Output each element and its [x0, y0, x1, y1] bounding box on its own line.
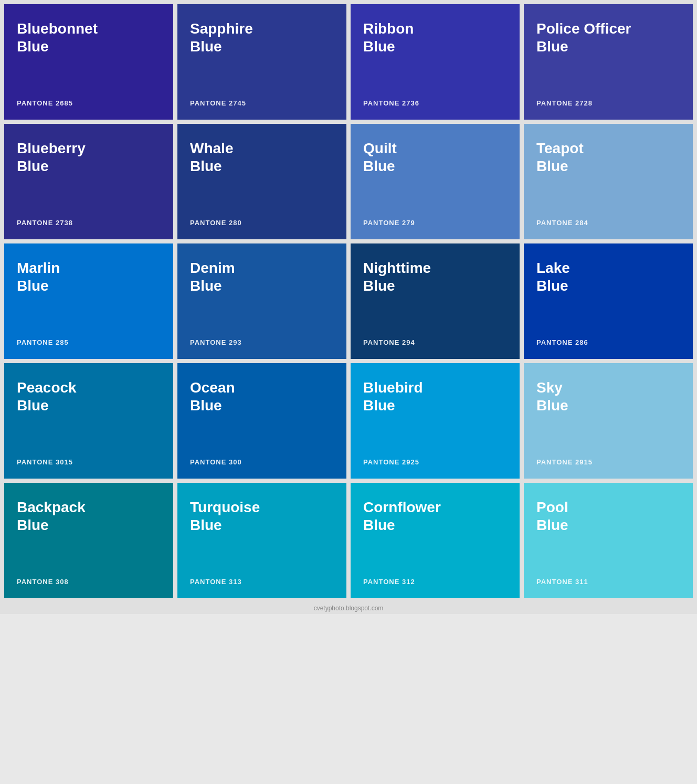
color-card: BackpackBluePANTONE 308: [4, 483, 173, 598]
color-card: TurquoiseBluePANTONE 313: [177, 483, 346, 598]
color-card: SkyBluePANTONE 2915: [524, 363, 693, 479]
color-name: DenimBlue: [190, 259, 334, 294]
color-name: MarlinBlue: [17, 259, 161, 294]
color-name: TeapotBlue: [536, 140, 680, 175]
pantone-label: PANTONE 300: [190, 458, 334, 466]
pantone-label: PANTONE 2915: [536, 458, 680, 466]
color-name: WhaleBlue: [190, 140, 334, 175]
color-card: DenimBluePANTONE 293: [177, 243, 346, 359]
pantone-label: PANTONE 2736: [363, 99, 507, 107]
pantone-label: PANTONE 2925: [363, 458, 507, 466]
pantone-label: PANTONE 312: [363, 578, 507, 586]
pantone-label: PANTONE 308: [17, 578, 161, 586]
color-name: SkyBlue: [536, 379, 680, 414]
color-name: TurquoiseBlue: [190, 499, 334, 534]
color-name: Police OfficerBlue: [536, 20, 680, 55]
color-grid: BluebonnetBluePANTONE 2685SapphireBluePA…: [0, 0, 697, 602]
color-card: LakeBluePANTONE 286: [524, 243, 693, 359]
pantone-label: PANTONE 2728: [536, 99, 680, 107]
color-card: NighttimeBluePANTONE 294: [351, 243, 520, 359]
pantone-label: PANTONE 293: [190, 338, 334, 346]
color-name: BlueberryBlue: [17, 140, 161, 175]
pantone-label: PANTONE 280: [190, 219, 334, 227]
color-name: OceanBlue: [190, 379, 334, 414]
color-name: CornflowerBlue: [363, 499, 507, 534]
color-name: PeacockBlue: [17, 379, 161, 414]
pantone-label: PANTONE 2685: [17, 99, 161, 107]
pantone-label: PANTONE 311: [536, 578, 680, 586]
color-name: BackpackBlue: [17, 499, 161, 534]
color-card: QuiltBluePANTONE 279: [351, 124, 520, 239]
color-card: BluebirdBluePANTONE 2925: [351, 363, 520, 479]
color-card: WhaleBluePANTONE 280: [177, 124, 346, 239]
color-name: NighttimeBlue: [363, 259, 507, 294]
color-card: PeacockBluePANTONE 3015: [4, 363, 173, 479]
color-card: MarlinBluePANTONE 285: [4, 243, 173, 359]
color-name: RibbonBlue: [363, 20, 507, 55]
color-name: QuiltBlue: [363, 140, 507, 175]
color-name: SapphireBlue: [190, 20, 334, 55]
pantone-label: PANTONE 285: [17, 338, 161, 346]
color-name: BluebonnetBlue: [17, 20, 161, 55]
color-card: BluebonnetBluePANTONE 2685: [4, 4, 173, 120]
color-name: PoolBlue: [536, 499, 680, 534]
color-name: BluebirdBlue: [363, 379, 507, 414]
color-card: RibbonBluePANTONE 2736: [351, 4, 520, 120]
pantone-label: PANTONE 279: [363, 219, 507, 227]
watermark: cvetyphoto.blogspot.com: [0, 602, 697, 614]
pantone-label: PANTONE 284: [536, 219, 680, 227]
color-card: OceanBluePANTONE 300: [177, 363, 346, 479]
pantone-label: PANTONE 286: [536, 338, 680, 346]
pantone-label: PANTONE 2745: [190, 99, 334, 107]
pantone-label: PANTONE 2738: [17, 219, 161, 227]
color-name: LakeBlue: [536, 259, 680, 294]
pantone-label: PANTONE 3015: [17, 458, 161, 466]
color-card: Police OfficerBluePANTONE 2728: [524, 4, 693, 120]
pantone-label: PANTONE 313: [190, 578, 334, 586]
color-card: TeapotBluePANTONE 284: [524, 124, 693, 239]
color-card: BlueberryBluePANTONE 2738: [4, 124, 173, 239]
color-card: CornflowerBluePANTONE 312: [351, 483, 520, 598]
pantone-label: PANTONE 294: [363, 338, 507, 346]
color-card: SapphireBluePANTONE 2745: [177, 4, 346, 120]
color-card: PoolBluePANTONE 311: [524, 483, 693, 598]
